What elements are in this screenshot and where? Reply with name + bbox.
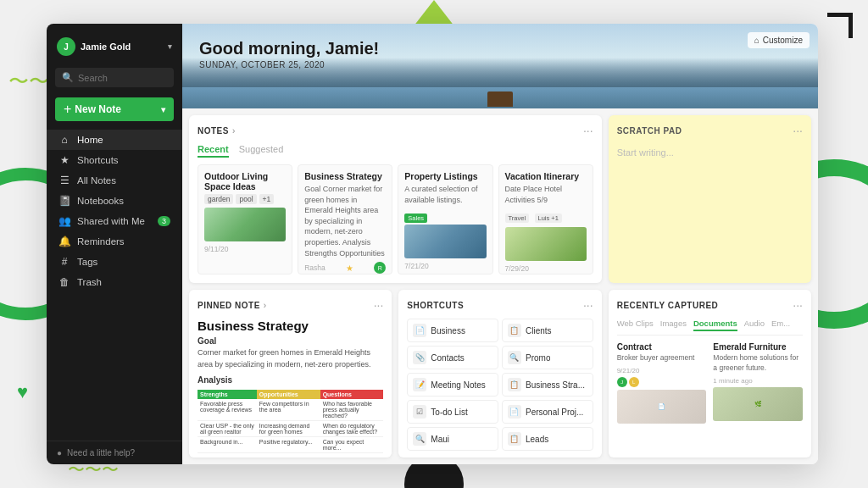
sidebar-item-label: Shortcuts (77, 155, 119, 165)
search-bar[interactable]: 🔍 (55, 68, 174, 87)
note-card-property[interactable]: Property Listings A curated selection of… (398, 164, 492, 274)
user-profile[interactable]: J Jamie Gold ▾ (47, 30, 182, 63)
shortcut-promo[interactable]: 🔍 Promo (502, 346, 593, 369)
note-tags: garden pool +1 (204, 194, 286, 204)
th-opportunities: Opportunities (257, 390, 320, 399)
greeting-area: Good morning, Jamie! SUNDAY, OCTOBER 25,… (199, 39, 379, 69)
note-body: Date Place Hotel Activities 5/9 (505, 184, 587, 205)
tab-documents[interactable]: Documents (693, 319, 737, 331)
sidebar-item-shared[interactable]: 👥 Shared with Me 3 (47, 211, 182, 231)
notes-header: NOTES › ··· (198, 124, 593, 137)
shortcut-label: To-do List (431, 408, 467, 417)
customize-button[interactable]: ⌂ Customize (748, 32, 810, 48)
recently-captured-widget: RECENTLY CAPTURED ··· Web Clips Images D… (609, 290, 811, 458)
sidebar-nav: ⌂ Home ★ Shortcuts ☰ All Notes 📓 Noteboo… (47, 130, 182, 441)
note-card-business[interactable]: Business Strategy Goal Corner market for… (298, 164, 392, 274)
shortcut-clients[interactable]: 📋 Clients (502, 319, 593, 342)
tab-webclips[interactable]: Web Clips (617, 319, 654, 331)
tab-suggested[interactable]: Suggested (239, 144, 284, 158)
bracket-decoration (827, 13, 853, 38)
notes-tabs: Recent Suggested (198, 144, 593, 158)
shortcut-contacts[interactable]: 📎 Contacts (407, 346, 498, 369)
shortcut-meeting-notes[interactable]: 📝 Meeting Notes (407, 373, 498, 396)
note-card-vacation[interactable]: Vacation Itinerary Date Place Hotel Acti… (498, 164, 593, 274)
tab-em[interactable]: Em... (771, 319, 790, 331)
main-content: Good morning, Jamie! SUNDAY, OCTOBER 25,… (182, 24, 818, 464)
shortcut-label: Business Stra... (526, 380, 585, 390)
notes-arrow: › (232, 126, 235, 136)
notes-icon: ☰ (58, 175, 70, 186)
note-image-outdoor (204, 208, 286, 241)
sidebar-item-label: Home (77, 135, 103, 145)
dock-bg (487, 92, 513, 107)
recent-header: RECENTLY CAPTURED ··· (617, 298, 803, 312)
dropdown-arrow-icon: ▾ (161, 105, 165, 114)
notes-more-button[interactable]: ··· (583, 124, 593, 137)
note-date: 7/21/20 (304, 274, 386, 274)
new-note-button[interactable]: + New Note ▾ (55, 97, 174, 121)
plus-icon: + (64, 103, 71, 116)
shortcut-business[interactable]: 📄 Business (407, 319, 498, 342)
recent-item-desc: Modern home solutions for a greener futu… (713, 353, 803, 374)
note-card-outdoor[interactable]: Outdoor Living Space Ideas garden pool +… (198, 164, 292, 274)
sales-tag: Sales (404, 214, 427, 223)
scratch-more-button[interactable]: ··· (793, 124, 803, 137)
search-input[interactable] (78, 73, 167, 83)
recent-items: Contract Broker buyer agreement 9/21/20 … (617, 342, 803, 424)
sidebar-item-tags[interactable]: # Tags (47, 252, 182, 272)
note-avatar: R (374, 262, 386, 274)
customize-label: Customize (763, 36, 803, 45)
pinned-more-button[interactable]: ··· (374, 298, 384, 312)
tab-images[interactable]: Images (660, 319, 687, 331)
shortcut-label: Personal Proj... (526, 408, 583, 417)
shortcut-label: Business (431, 326, 465, 336)
tab-audio[interactable]: Audio (744, 319, 765, 331)
tab-recent[interactable]: Recent (198, 144, 229, 158)
shortcuts-more-button[interactable]: ··· (583, 298, 593, 312)
document-icon: 📄 (413, 324, 426, 337)
shortcuts-icon: ★ (58, 154, 70, 166)
shortcut-leads[interactable]: 📋 Leads (502, 427, 593, 451)
recent-item-furniture[interactable]: Emerald Furniture Modern home solutions … (713, 342, 803, 424)
sidebar-item-trash[interactable]: 🗑 Trash (47, 272, 182, 292)
avatar: J (57, 37, 75, 56)
recent-more-button[interactable]: ··· (793, 298, 803, 312)
greeting-date: SUNDAY, OCTOBER 25, 2020 (199, 60, 379, 69)
scratch-pad-widget: SCRATCH PAD ··· Start writing... (609, 115, 811, 283)
shortcuts-title: SHORTCUTS (407, 301, 464, 310)
promo-icon: 🔍 (508, 351, 521, 364)
shortcut-todo[interactable]: ☑ To-do List (407, 400, 498, 424)
help-section[interactable]: ● Need a little help? (47, 441, 182, 464)
sidebar-item-home[interactable]: ⌂ Home (47, 130, 182, 150)
shortcut-business-strategy[interactable]: 📋 Business Stra... (502, 373, 593, 396)
scratch-content[interactable]: Start writing... (617, 144, 803, 274)
search-icon: 🔍 (62, 72, 74, 83)
note-author: Rasha (304, 263, 326, 272)
shortcut-maui[interactable]: 🔍 Maui (407, 427, 498, 451)
sidebar-item-notebooks[interactable]: 📓 Notebooks (47, 191, 182, 211)
sidebar-item-label: Notebooks (77, 196, 124, 206)
note-title: Outdoor Living Space Ideas (204, 171, 286, 191)
tag-more: +1 (259, 194, 275, 204)
sidebar-item-allnotes[interactable]: ☰ All Notes (47, 170, 182, 191)
thumbnail-content: 📄 (658, 403, 665, 410)
pinned-note-widget: PINNED NOTE › ··· Business Strategy Goal… (189, 290, 392, 458)
sidebar-item-shortcuts[interactable]: ★ Shortcuts (47, 150, 182, 170)
shortcuts-grid: 📄 Business 📋 Clients 📎 Contacts 🔍 Promo (407, 319, 593, 451)
note-date: 7/29/20 (505, 264, 587, 273)
note-footer: Rasha ★ R (304, 262, 386, 274)
shortcut-personal[interactable]: 📄 Personal Proj... (502, 400, 593, 424)
note-title: Business Strategy (304, 171, 386, 181)
note-image-property (404, 225, 486, 258)
thumbnail-content: 🌿 (754, 401, 762, 408)
shortcuts-widget: SHORTCUTS ··· 📄 Business 📋 Clients 📎 Con… (398, 290, 601, 458)
travel-tag: Travel (505, 214, 530, 223)
chevron-down-icon: ▾ (168, 42, 172, 51)
pinned-title: PINNED NOTE (198, 301, 260, 310)
recent-item-contract[interactable]: Contract Broker buyer agreement 9/21/20 … (617, 342, 707, 424)
sidebar-item-reminders[interactable]: 🔔 Reminders (47, 231, 182, 252)
contacts-icon: 📎 (413, 351, 426, 364)
help-label: Need a little help? (67, 448, 135, 458)
recent-item-date: 9/21/20 (617, 367, 707, 374)
sidebar-item-label: All Notes (77, 175, 116, 186)
